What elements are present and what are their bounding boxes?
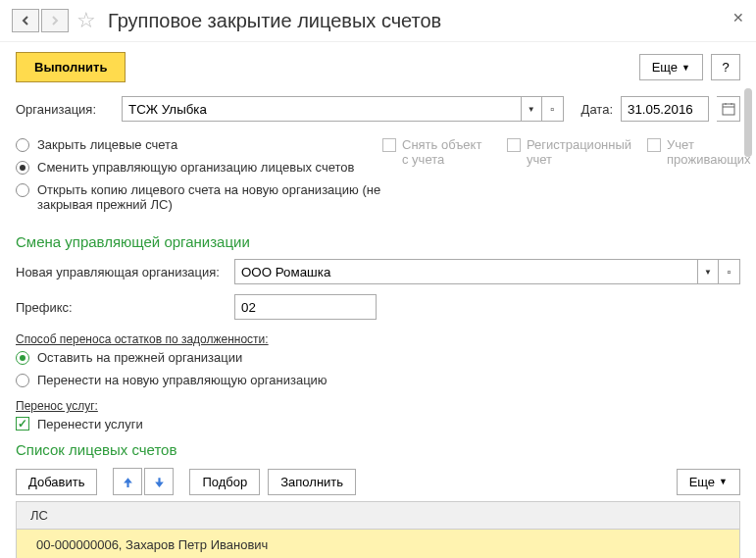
move-down-button[interactable] (144, 468, 174, 495)
new-org-input[interactable] (234, 259, 697, 284)
new-org-open-button[interactable]: ▫ (719, 259, 740, 284)
open-icon: ▫ (728, 266, 731, 278)
org-open-button[interactable]: ▫ (542, 96, 564, 122)
pick-button[interactable]: Подбор (189, 469, 260, 495)
transfer-services-title: Перенос услуг: (16, 391, 740, 413)
new-org-label: Новая управляющая организация: (16, 265, 227, 279)
chevron-down-icon: ▼ (681, 63, 690, 73)
checkbox-transfer-services-label: Перенести услуги (37, 417, 143, 431)
radio-change-org[interactable] (16, 161, 29, 175)
radio-open-copy-label: Открыть копию лицевого счета на новую ор… (37, 182, 400, 212)
date-input[interactable] (621, 96, 709, 122)
section-change-org-title: Смена управляющей организации (0, 228, 756, 254)
svg-rect-0 (723, 104, 734, 115)
section-accounts-title: Список лицевых счетов (0, 435, 756, 462)
table-header-ls[interactable]: ЛС (17, 502, 739, 530)
transfer-balance-title: Способ переноса остатков по задолженност… (16, 325, 740, 346)
check-icon: ✓ (18, 417, 27, 431)
radio-close-accounts-label: Закрыть лицевые счета (37, 137, 177, 152)
calendar-icon (722, 102, 735, 116)
chevron-down-icon: ▼ (704, 268, 712, 277)
radio-change-org-label: Сменить управляющую организацию лицевых … (37, 160, 354, 175)
prefix-label: Префикс: (16, 300, 227, 315)
org-dropdown-button[interactable]: ▼ (521, 96, 542, 122)
vertical-scrollbar[interactable] (742, 88, 754, 556)
prefix-input[interactable] (234, 294, 377, 320)
nav-forward-button[interactable] (41, 9, 69, 32)
checkbox-registration (507, 138, 521, 152)
new-org-dropdown-button[interactable]: ▼ (697, 259, 719, 284)
radio-move-new-org[interactable] (16, 374, 29, 387)
chevron-down-icon: ▼ (719, 477, 728, 486)
checkbox-registration-label: Регистрационный учет (527, 137, 631, 167)
checkbox-residents (647, 138, 661, 152)
page-title: Групповое закрытие лицевых счетов (108, 10, 441, 32)
nav-back-button[interactable] (12, 9, 39, 32)
radio-keep-old-org-label: Оставить на прежней организации (37, 350, 242, 365)
add-button[interactable]: Добавить (16, 469, 97, 495)
table-row[interactable]: 00-000000006, Захаров Петр Иванович (17, 530, 739, 558)
close-button[interactable]: ✕ (732, 10, 744, 25)
more-button[interactable]: Еще ▼ (639, 54, 703, 80)
accounts-table: ЛС 00-000000006, Захаров Петр Иванович 0… (16, 501, 740, 558)
calendar-button[interactable] (717, 96, 740, 122)
checkbox-transfer-services[interactable]: ✓ (16, 417, 29, 431)
org-label: Организация: (16, 102, 114, 117)
radio-keep-old-org[interactable] (16, 351, 29, 365)
move-up-button[interactable] (113, 468, 142, 495)
chevron-down-icon: ▼ (528, 105, 535, 114)
help-button[interactable]: ? (711, 54, 740, 80)
table-more-button[interactable]: Еще ▼ (677, 469, 740, 495)
arrow-up-icon (122, 476, 134, 488)
open-icon: ▫ (550, 103, 554, 115)
date-label: Дата: (581, 102, 613, 117)
org-input[interactable] (122, 96, 521, 122)
fill-button[interactable]: Заполнить (268, 469, 356, 495)
checkbox-remove-object-label: Снять объект с учета (402, 137, 491, 167)
execute-button[interactable]: Выполнить (16, 52, 126, 82)
radio-close-accounts[interactable] (16, 138, 29, 152)
arrow-down-icon (153, 476, 166, 488)
radio-open-copy[interactable] (16, 183, 29, 197)
scrollbar-thumb[interactable] (744, 88, 752, 157)
favorite-star-icon[interactable]: ☆ (76, 8, 96, 33)
checkbox-remove-object (382, 138, 396, 152)
radio-move-new-org-label: Перенести на новую управляющую организац… (37, 373, 328, 387)
